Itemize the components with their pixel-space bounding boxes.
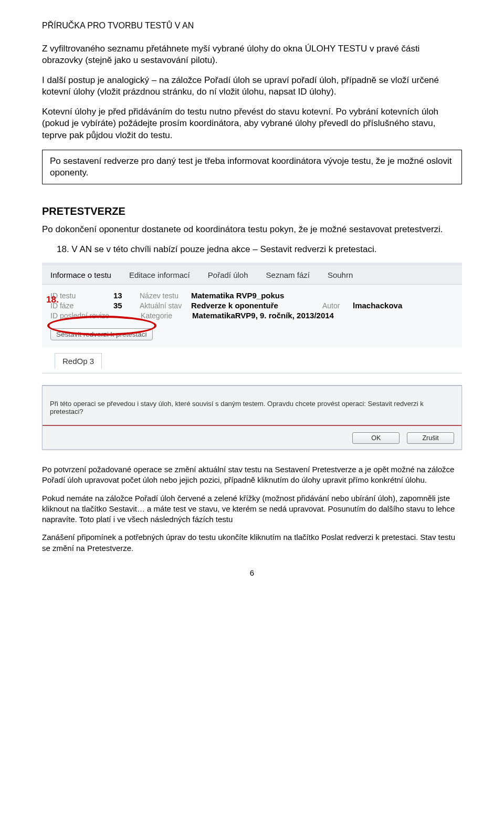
- value-id-testu: 13: [113, 291, 134, 300]
- paragraph: Kotevní úlohy je před přidáváním do test…: [42, 106, 462, 141]
- paragraph: Po potvrzení požadované operace se změní…: [42, 464, 462, 486]
- info-row: ID poslední revize Kategorie MatematikaR…: [50, 311, 454, 320]
- cancel-button[interactable]: Zrušit: [407, 432, 454, 444]
- callout-box: Po sestavení redverze pro daný test je t…: [42, 150, 462, 184]
- info-row: ID testu 13 Název testu Matematika RVP9_…: [50, 291, 454, 300]
- paragraph: Pokud nemáte na záložce Pořadí úloh červ…: [42, 493, 462, 525]
- subtab-redop3[interactable]: RedOp 3: [55, 353, 102, 369]
- screenshot-info-panel: 18. Informace o testu Editace informací …: [42, 263, 462, 373]
- tabs-row: Informace o testu Editace informací Pořa…: [42, 265, 462, 285]
- value-nazev: Matematika RVP9_pokus: [191, 291, 317, 300]
- tab-poradi[interactable]: Pořadí úloh: [208, 270, 248, 279]
- tab-informace[interactable]: Informace o testu: [50, 270, 111, 279]
- tab-editace[interactable]: Editace informací: [129, 270, 190, 279]
- dialog-divider: [43, 425, 461, 426]
- list-item-18: 18. V AN se v této chvíli nabízí pouze j…: [57, 244, 462, 255]
- confirm-dialog: Při této operaci se převedou i stavy úlo…: [42, 385, 462, 450]
- label-id-faze: ID fáze: [50, 301, 108, 310]
- paragraph: I další postup je analogický – na záložc…: [42, 75, 462, 98]
- info-row: ID fáze 35 Aktuální stav Redverze k opon…: [50, 301, 454, 310]
- info-grid: ID testu 13 Název testu Matematika RVP9_…: [42, 285, 462, 328]
- page-header: PŘÍRUČKA PRO TVORBU TESTŮ V AN: [42, 21, 462, 30]
- page-number: 6: [42, 568, 462, 577]
- value-stav: Redverze k oponentuře: [191, 301, 317, 310]
- dialog-message: Při této operaci se převedou i stavy úlo…: [50, 400, 454, 415]
- paragraph: Po dokončení oponentur dostanete od koor…: [42, 224, 462, 235]
- value-kategorie: MatematikaRVP9, 9. ročník, 2013/2014: [192, 311, 334, 320]
- tab-souhrn[interactable]: Souhrn: [328, 270, 353, 279]
- label-autor: Autor: [322, 301, 348, 310]
- label-id-revize: ID poslední revize: [50, 311, 109, 320]
- step-18-marker: 18.: [46, 295, 59, 305]
- tab-seznam-fazi[interactable]: Seznam fází: [266, 270, 310, 279]
- callout-text: Po sestavení redverze pro daný test je t…: [50, 155, 454, 179]
- value-id-faze: 35: [113, 301, 134, 310]
- label-nazev: Název testu: [140, 292, 186, 300]
- value-autor: lmachackova: [353, 301, 402, 310]
- paragraph: Zanášení připomínek a potřebných úprav d…: [42, 532, 462, 554]
- ok-button[interactable]: OK: [352, 432, 400, 444]
- paragraph: Z vyfiltrovaného seznamu přetáhnete myší…: [42, 43, 462, 66]
- section-heading: PRETESTVERZE: [42, 205, 462, 217]
- sestavit-redverzi-button[interactable]: Sestavit redverzi k pretestaci: [50, 328, 153, 340]
- label-kategorie: Kategorie: [141, 311, 187, 320]
- label-id-testu: ID testu: [50, 292, 108, 300]
- label-stav: Aktuální stav: [140, 301, 186, 310]
